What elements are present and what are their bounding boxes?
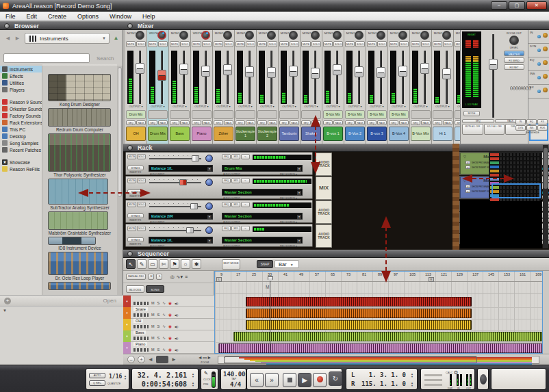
showhide-dyn-button[interactable]: DYN <box>515 125 526 131</box>
show-insert-fx-toggle[interactable]: ▾ <box>465 190 470 193</box>
record-arm-button[interactable]: ◉ <box>168 336 172 340</box>
channel-name-tag[interactable]: Bass <box>170 127 190 141</box>
device-name[interactable]: ID8 Instrument Device <box>42 245 117 252</box>
audio-clip[interactable] <box>246 309 472 318</box>
master-section-eq[interactable]: EQ <box>528 57 549 71</box>
edit-mode-button[interactable]: EDIT MODE <box>222 259 240 270</box>
monitor-icon[interactable]: ◀)) <box>175 325 179 328</box>
mixer-channel-bass[interactable]: MONO MUTESOLO OUTPUT ▾ SEQRACK Bass <box>169 30 191 144</box>
sequencer-arrangement[interactable]: 9172533414957657381899710511312112913714… <box>214 271 543 354</box>
click-label[interactable]: CLICK <box>203 378 211 381</box>
waveform-button[interactable]: ∿ <box>241 178 250 183</box>
fader-cap[interactable] <box>223 64 232 75</box>
output-display[interactable]: Drum Mix▾ <box>222 165 303 172</box>
sidebar-item-orkester-sounds[interactable]: Orkester Sounds <box>0 105 42 112</box>
bypass-button[interactable]: BYPASS <box>127 237 144 242</box>
selection-tool[interactable]: ↖ <box>126 259 136 269</box>
rack-button[interactable]: RACK <box>180 120 190 125</box>
track-row-bass[interactable]: ▼ Bass MS ∿◉ ◀)) <box>123 330 214 342</box>
pan-knob[interactable] <box>201 31 210 40</box>
pan-knob[interactable] <box>179 31 188 40</box>
menu-options[interactable]: Options <box>72 13 104 20</box>
rack-scrollbar[interactable] <box>543 145 548 248</box>
sidebar-item-this-pc[interactable]: This PC <box>0 126 42 133</box>
solo-button[interactable]: SOLO <box>246 41 255 47</box>
output-assignment-tag[interactable] <box>301 110 321 119</box>
rack-button[interactable]: RACK <box>290 120 299 125</box>
solo-button[interactable]: SOLO <box>355 41 365 47</box>
channel-name-tag[interactable]: Shaker <box>301 127 321 141</box>
mute-button[interactable]: MUTE <box>279 41 289 47</box>
rack-side-tab[interactable]: AUDIO TRACK <box>316 153 332 176</box>
master-fader-track[interactable] <box>492 34 494 118</box>
channel-name-tag[interactable]: Hi 2 <box>455 127 460 141</box>
mixer-channel-b-vox-3[interactable]: MONO MUTESOLO OUTPUT ▾ B-Vox Mix SEQRACK… <box>366 30 388 144</box>
rack-device-mix[interactable]: MUTESOLO BYPASS INSERT FX SEQMIX∿ Master… <box>125 176 313 199</box>
fader-track[interactable] <box>205 51 207 104</box>
pencil-tool[interactable]: ✎ <box>137 259 146 269</box>
audio-clip[interactable] <box>246 320 472 330</box>
list-icon[interactable]: ≡ <box>185 274 188 279</box>
channel-name-tag[interactable]: B-Vox 4 <box>389 127 409 141</box>
track-lane[interactable] <box>215 308 543 319</box>
mixer-channel-glockenspiel-1[interactable]: MONO MUTESOLO OUTPUT ▾ SEQRACK Glockensp… <box>235 30 257 144</box>
master-section-ins[interactable]: INS <box>528 71 549 85</box>
channel-name-tag[interactable]: Drum Mix <box>148 127 168 141</box>
search-input[interactable] <box>3 53 90 63</box>
balance-slider[interactable] <box>149 230 201 231</box>
record-arm-button[interactable]: ◉ <box>168 313 172 317</box>
rack-side-tab[interactable]: AUDIO TRACK <box>316 224 332 248</box>
mute-button[interactable]: M <box>148 274 154 280</box>
rack-button[interactable]: RACK <box>333 120 343 125</box>
sidebar-item-utilities[interactable]: Utilities <box>0 79 42 86</box>
fader-cap[interactable] <box>136 63 144 74</box>
menu-window[interactable]: Window <box>104 13 137 20</box>
search-label[interactable]: Search <box>97 55 114 62</box>
hand-tool[interactable]: ✱ <box>192 259 201 269</box>
browser-location-dropdown[interactable]: Instruments▼ <box>25 33 110 44</box>
bypass-button[interactable]: BYPASS <box>127 166 144 170</box>
pan-knob[interactable] <box>223 31 232 40</box>
manual-rec-button[interactable]: MANUAL REC <box>126 274 146 280</box>
automation-icon[interactable]: ∿▾ <box>177 274 183 280</box>
browser-forward-button[interactable]: ▶ <box>13 34 22 42</box>
output-assignment-tag[interactable] <box>257 110 277 119</box>
send-4-button[interactable]: 4 <box>518 86 521 90</box>
solo-button[interactable]: SOLO <box>137 154 146 159</box>
level-knob[interactable] <box>205 202 213 210</box>
mixer-channel-shaker[interactable]: MONO MUTESOLO OUTPUT ▾ SEQRACK Shaker <box>301 30 322 144</box>
solo-button[interactable]: SOLO <box>158 41 168 47</box>
fx-return-button[interactable]: FX RET <box>504 64 524 70</box>
nav-handle[interactable] <box>156 356 168 363</box>
rewind-button[interactable]: « <box>250 373 264 387</box>
seq-button[interactable]: SEQ <box>148 120 157 125</box>
seq-button[interactable]: SEQ <box>222 154 231 159</box>
tap-label[interactable]: TAP <box>231 378 236 380</box>
rack-button[interactable]: RACK <box>158 120 168 125</box>
loop-right-value[interactable]: 115. 1. 1. 0 <box>361 380 406 387</box>
mix-button[interactable]: MIX <box>231 226 240 231</box>
output-assignment-tag[interactable] <box>192 110 212 119</box>
mixer-channel-b-vox-4[interactable]: MONO MUTESOLO OUTPUT ▾ B-Vox Mix SEQRACK… <box>388 30 410 144</box>
zoom-out-button[interactable]: – <box>127 356 135 363</box>
track-color-tab[interactable]: ▼ <box>123 342 131 354</box>
solo-button[interactable]: SOLO <box>421 41 431 47</box>
sidebar-item-effects[interactable]: Effects <box>0 73 42 79</box>
mix-button[interactable]: MIX <box>231 202 240 207</box>
fader-track[interactable] <box>270 51 272 104</box>
show-programmer-toggle[interactable]: ▾ <box>465 185 470 188</box>
mixer-channel-piano[interactable]: WIDTH MUTESOLO OUTPUT ▾ SEQRACK Piano <box>191 30 213 144</box>
channel-name-tag[interactable]: OH <box>126 127 146 141</box>
showhide-in-button[interactable]: IN <box>515 119 526 125</box>
level-knob[interactable] <box>205 226 213 234</box>
channel-name-tag[interactable]: B-vox 3 <box>367 127 387 141</box>
track-mute-button[interactable]: M <box>151 348 155 352</box>
audio-clip[interactable] <box>218 343 542 353</box>
seq-button[interactable]: SEQ <box>214 120 223 125</box>
seq-button[interactable]: SEQ <box>411 120 420 125</box>
output-assignment-tag[interactable]: B-Vox Mix <box>367 110 387 119</box>
track-name[interactable]: Snare <box>133 307 148 311</box>
song-navigator[interactable] <box>218 356 539 364</box>
output-assignment-tag[interactable] <box>455 110 460 119</box>
fader-track[interactable] <box>336 51 338 104</box>
